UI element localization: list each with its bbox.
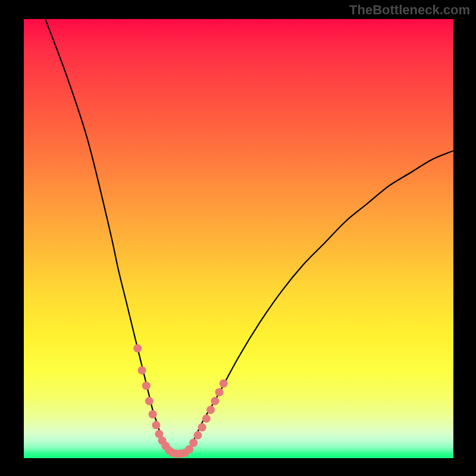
marker-point	[133, 345, 142, 353]
marker-point	[138, 366, 146, 374]
marker-point	[189, 439, 198, 447]
marker-point	[152, 421, 160, 430]
chart-frame: TheBottleneck.com	[0, 0, 476, 476]
marker-point	[193, 431, 202, 440]
marker-point	[211, 397, 219, 405]
bottleneck-curve	[45, 19, 453, 454]
plot-area	[24, 19, 453, 458]
marker-point	[149, 410, 157, 418]
chart-svg	[24, 19, 453, 458]
marker-point	[220, 380, 228, 388]
marker-point	[215, 388, 224, 396]
highlight-markers	[133, 345, 227, 458]
watermark-text: TheBottleneck.com	[349, 2, 470, 18]
marker-point	[145, 397, 154, 405]
marker-point	[198, 423, 206, 431]
marker-point	[142, 381, 151, 390]
marker-point	[202, 415, 211, 423]
marker-point	[206, 406, 215, 414]
